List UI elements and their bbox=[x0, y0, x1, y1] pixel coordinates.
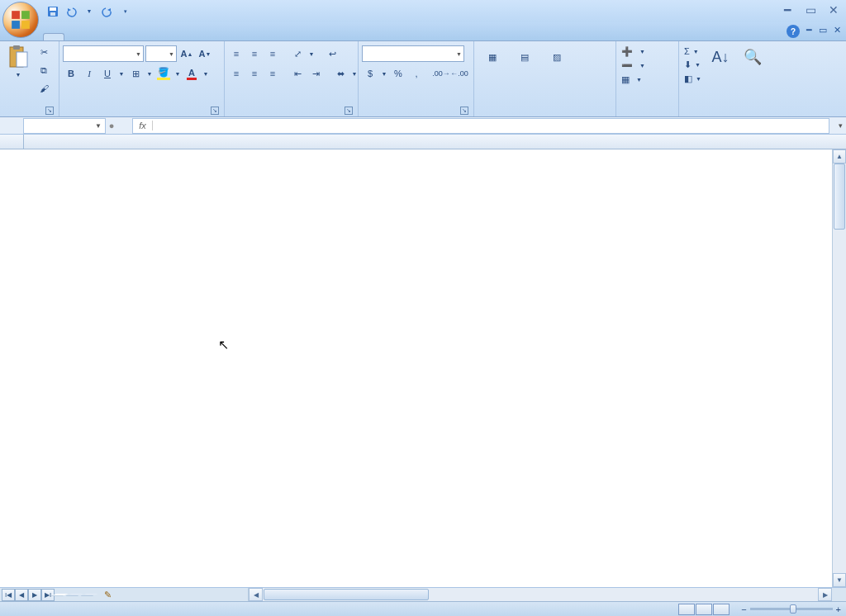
insert-cells-button[interactable]: ➕▼ bbox=[620, 45, 647, 58]
tab-view[interactable] bbox=[164, 34, 183, 40]
save-icon[interactable] bbox=[45, 3, 61, 20]
merge-center-icon[interactable]: ⬌ bbox=[332, 65, 349, 82]
clear-button[interactable]: ◧▼ bbox=[682, 73, 703, 85]
font-name-combo[interactable]: ▼ bbox=[63, 45, 144, 62]
tab-home[interactable] bbox=[43, 33, 64, 40]
mdi-restore-button[interactable]: ▭ bbox=[819, 25, 827, 38]
format-as-table-button[interactable]: ▤ bbox=[510, 44, 539, 72]
decrease-decimal-icon[interactable]: ←.00 bbox=[451, 65, 468, 82]
tab-formulas[interactable] bbox=[104, 34, 124, 40]
select-all-button[interactable] bbox=[0, 135, 24, 149]
prev-sheet-button[interactable]: ◀ bbox=[15, 589, 28, 601]
grow-font-icon[interactable]: A▲ bbox=[178, 45, 195, 62]
font-color-button[interactable]: A bbox=[183, 65, 200, 82]
undo-dropdown[interactable]: ▼ bbox=[81, 3, 97, 20]
scroll-thumb[interactable] bbox=[834, 163, 845, 230]
mdi-minimize-button[interactable]: ━ bbox=[806, 25, 812, 38]
increase-indent-icon[interactable]: ⇥ bbox=[307, 65, 324, 82]
format-cells-button[interactable]: ▦▼ bbox=[620, 73, 644, 86]
redo-icon[interactable] bbox=[99, 3, 116, 20]
new-sheet-button[interactable]: ✎ bbox=[99, 590, 116, 600]
percent-icon[interactable]: % bbox=[390, 65, 406, 82]
underline-button[interactable]: U bbox=[99, 65, 116, 82]
normal-view-button[interactable] bbox=[678, 604, 695, 615]
format-painter-icon[interactable]: 🖌 bbox=[36, 80, 52, 97]
worksheet-grid[interactable]: ▲ ▼ bbox=[0, 135, 846, 587]
fill-dd[interactable]: ▼ bbox=[173, 65, 182, 82]
increase-decimal-icon[interactable]: .00→ bbox=[433, 65, 449, 82]
zoom-slider[interactable] bbox=[750, 608, 833, 610]
mdi-close-button[interactable]: ✕ bbox=[834, 25, 841, 38]
help-icon[interactable]: ? bbox=[787, 25, 800, 38]
tab-data[interactable] bbox=[124, 34, 144, 40]
close-button[interactable]: ✕ bbox=[826, 3, 841, 17]
scroll-up-button[interactable]: ▲ bbox=[833, 149, 846, 163]
border-dd[interactable]: ▼ bbox=[145, 65, 154, 82]
tab-review[interactable] bbox=[144, 34, 164, 40]
align-left-icon[interactable]: ≡ bbox=[228, 65, 245, 82]
comma-icon[interactable]: , bbox=[408, 65, 425, 82]
status-bar: − + bbox=[0, 601, 846, 616]
align-bottom-icon[interactable]: ≡ bbox=[264, 45, 281, 62]
vertical-scrollbar[interactable]: ▲ ▼ bbox=[832, 149, 846, 587]
fx-icon[interactable]: fx bbox=[133, 121, 153, 130]
undo-icon[interactable] bbox=[63, 3, 79, 20]
font-size-combo[interactable]: ▼ bbox=[145, 45, 177, 62]
svg-rect-5 bbox=[50, 7, 56, 11]
shrink-font-icon[interactable]: A▼ bbox=[197, 45, 213, 62]
bold-button[interactable]: B bbox=[63, 65, 79, 82]
border-button[interactable]: ⊞ bbox=[127, 65, 144, 82]
expand-formula-bar[interactable]: ▾ bbox=[834, 121, 846, 130]
sheet-tab-sheet3[interactable] bbox=[81, 594, 99, 596]
next-sheet-button[interactable]: ▶ bbox=[28, 589, 41, 601]
last-sheet-button[interactable]: ▶I bbox=[41, 589, 55, 601]
decrease-indent-icon[interactable]: ⇤ bbox=[289, 65, 306, 82]
align-center-icon[interactable]: ≡ bbox=[246, 65, 263, 82]
minimize-button[interactable]: ━ bbox=[780, 3, 795, 17]
paste-button[interactable]: ▼ bbox=[3, 44, 33, 79]
quick-access-toolbar: ▼ ▾ bbox=[45, 0, 134, 22]
align-launcher[interactable]: ↘ bbox=[345, 107, 353, 115]
first-sheet-button[interactable]: I◀ bbox=[2, 589, 15, 601]
fill-button[interactable]: ⬇▼ bbox=[682, 59, 703, 71]
page-layout-view-button[interactable] bbox=[696, 604, 712, 615]
cell-styles-button[interactable]: ▨ bbox=[542, 44, 572, 72]
svg-rect-2 bbox=[12, 21, 20, 29]
page-break-view-button[interactable] bbox=[713, 604, 730, 615]
zoom-in-button[interactable]: + bbox=[836, 604, 841, 614]
italic-button[interactable]: I bbox=[81, 65, 97, 82]
qat-customize[interactable]: ▾ bbox=[117, 3, 134, 20]
fill-color-button[interactable]: 🪣 bbox=[155, 65, 172, 82]
wrap-text-icon[interactable]: ↩ bbox=[324, 45, 340, 62]
formula-input[interactable]: fx bbox=[132, 118, 829, 134]
orientation-icon[interactable]: ⤢ bbox=[289, 45, 306, 62]
delete-cells-button[interactable]: ➖▼ bbox=[620, 59, 647, 72]
tab-page-layout[interactable] bbox=[84, 34, 104, 40]
svg-rect-6 bbox=[50, 12, 55, 16]
autosum-button[interactable]: Σ▼ bbox=[682, 45, 703, 57]
fontcolor-dd[interactable]: ▼ bbox=[202, 65, 210, 82]
number-format-combo[interactable]: ▼ bbox=[362, 45, 464, 62]
find-select-button[interactable]: 🔍 bbox=[738, 44, 768, 72]
accounting-icon[interactable]: $ bbox=[362, 65, 378, 82]
align-top-icon[interactable]: ≡ bbox=[228, 45, 245, 62]
align-middle-icon[interactable]: ≡ bbox=[246, 45, 263, 62]
scroll-down-button[interactable]: ▼ bbox=[833, 573, 846, 587]
tab-insert[interactable] bbox=[64, 34, 84, 40]
copy-icon[interactable]: ⧉ bbox=[36, 62, 52, 78]
cut-icon[interactable]: ✂ bbox=[36, 44, 52, 60]
font-launcher[interactable]: ↘ bbox=[211, 107, 219, 115]
align-right-icon[interactable]: ≡ bbox=[264, 65, 281, 82]
maximize-button[interactable]: ▭ bbox=[803, 3, 818, 17]
underline-dd[interactable]: ▼ bbox=[117, 65, 126, 82]
name-box[interactable]: ▼ bbox=[23, 118, 106, 134]
svg-rect-1 bbox=[21, 11, 30, 19]
office-button[interactable] bbox=[2, 2, 39, 38]
sheet-tab-sheet2[interactable] bbox=[66, 594, 84, 596]
number-launcher[interactable]: ↘ bbox=[460, 107, 468, 115]
zoom-out-button[interactable]: − bbox=[741, 604, 746, 614]
conditional-formatting-button[interactable]: ▦ bbox=[478, 44, 507, 72]
clipboard-launcher[interactable]: ↘ bbox=[45, 107, 54, 115]
horizontal-scrollbar[interactable]: ◀ ▶ bbox=[248, 588, 832, 601]
sort-filter-button[interactable]: A↓ bbox=[706, 44, 735, 72]
